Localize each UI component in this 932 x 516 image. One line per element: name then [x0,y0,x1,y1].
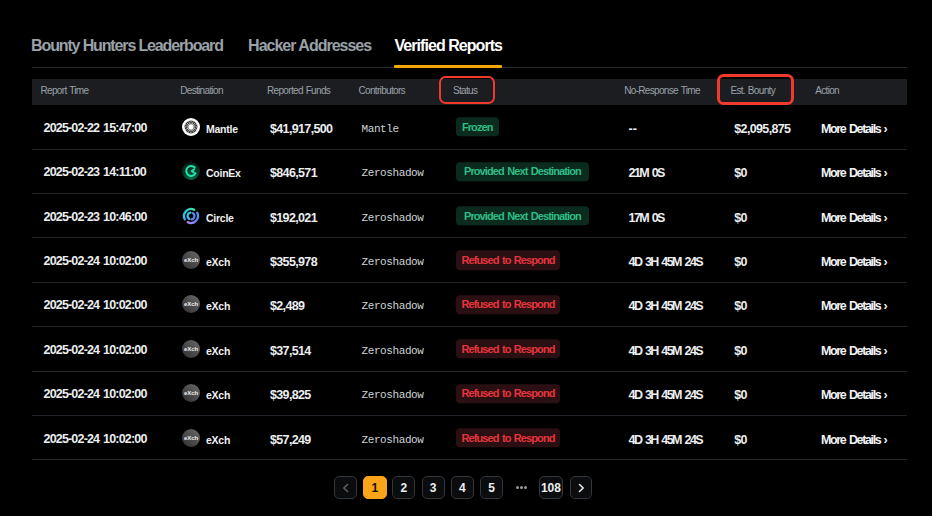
svg-text:eXch: eXch [183,435,198,441]
svg-text:eXch: eXch [183,346,198,352]
svg-text:eXch: eXch [183,391,198,397]
svg-text:eXch: eXch [183,302,198,308]
svg-text:eXch: eXch [183,257,198,263]
